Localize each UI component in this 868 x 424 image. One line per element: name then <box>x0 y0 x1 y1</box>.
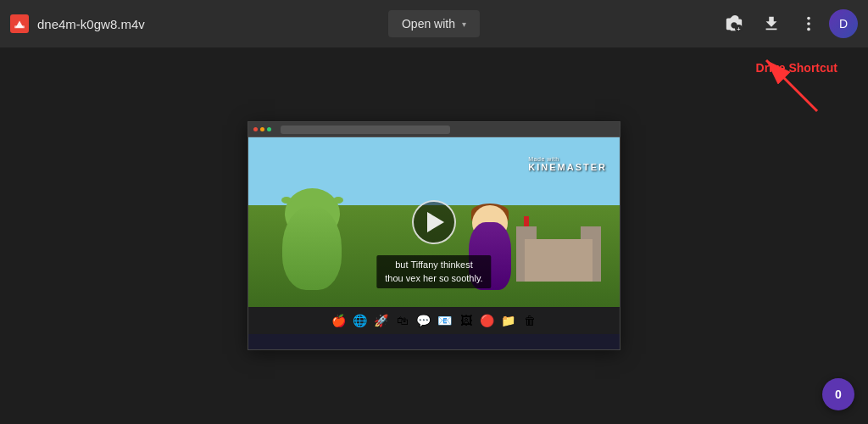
subtitle-line2: thou vex her so soothly. <box>385 272 482 285</box>
download-button[interactable] <box>754 7 788 41</box>
castle-flag <box>524 216 529 226</box>
svg-point-7 <box>807 28 810 31</box>
dock-icon-apple[interactable]: 🍎 <box>330 311 348 330</box>
open-with-label: Open with <box>402 17 455 31</box>
dock-icon-trash[interactable]: 🗑 <box>520 311 539 330</box>
add-shortcut-button[interactable]: + <box>717 7 751 41</box>
arrow-svg <box>741 52 843 120</box>
castle-wall <box>525 239 593 282</box>
browser-dot-green <box>267 127 271 131</box>
mac-dock: 🍎 🌐 🚀 🛍 💬 📧 🖼 🔴 📁 🗑 <box>248 307 620 334</box>
open-with-button[interactable]: Open with ▾ <box>388 10 480 37</box>
floating-action-button[interactable]: 0 <box>822 378 854 410</box>
dock-icon-messages[interactable]: 💬 <box>415 311 433 330</box>
subtitle-bar: but Tiffany thinkest thou vex her so soo… <box>376 255 491 288</box>
dock-icon-mail[interactable]: 📧 <box>436 311 454 330</box>
file-title: dne4m-k0gw8.m4v <box>37 17 145 31</box>
chevron-down-icon: ▾ <box>462 20 466 29</box>
shrek-ear-right <box>333 197 343 204</box>
kinemaster-watermark: Made with KINEMASTER <box>528 156 607 172</box>
browser-address-bar <box>281 126 450 134</box>
video-frame: Made with KINEMASTER <box>248 122 620 349</box>
avatar[interactable]: D <box>829 9 858 38</box>
floating-button-label: 0 <box>835 388 842 401</box>
made-with-label: Made with <box>528 156 607 162</box>
castle-background <box>516 214 601 282</box>
drive-shortcut-label: Drive Shortcut <box>756 61 837 75</box>
dock-icon-appstore[interactable]: 🛍 <box>393 311 412 330</box>
subtitle-line1: but Tiffany thinkest <box>385 259 482 271</box>
play-triangle-icon <box>427 212 444 232</box>
browser-dot-yellow <box>260 127 264 131</box>
kinemaster-brand-label: KINEMASTER <box>528 162 607 172</box>
play-button[interactable] <box>412 200 456 244</box>
topbar-center: Open with ▾ <box>388 10 480 37</box>
shrek-body <box>282 205 342 290</box>
dock-icon-chrome[interactable]: 🌐 <box>351 311 370 330</box>
topbar-right: + D <box>717 7 858 41</box>
arrow-annotation-container <box>741 52 843 120</box>
shrek-character <box>278 188 346 290</box>
more-options-button[interactable] <box>792 7 826 41</box>
dock-icon-folder[interactable]: 📁 <box>499 311 518 330</box>
browser-dot-red <box>253 127 258 131</box>
inner-browser-bar <box>248 122 620 137</box>
topbar-left: dne4m-k0gw8.m4v <box>10 14 145 33</box>
dock-icon-photos[interactable]: 🖼 <box>457 311 476 330</box>
scene-area: Made with KINEMASTER <box>248 137 620 307</box>
video-player[interactable]: Made with KINEMASTER <box>248 121 620 350</box>
svg-point-6 <box>807 22 810 25</box>
main-content: Made with KINEMASTER <box>0 47 868 424</box>
topbar: dne4m-k0gw8.m4v Open with ▾ + <box>0 0 868 47</box>
dock-icon-launchpad[interactable]: 🚀 <box>372 311 391 330</box>
svg-rect-2 <box>14 25 25 28</box>
svg-text:+: + <box>737 25 740 33</box>
dock-icon-red[interactable]: 🔴 <box>478 311 497 330</box>
drive-file-icon <box>10 14 29 33</box>
shrek-ear-left <box>281 197 292 204</box>
svg-point-5 <box>807 17 810 20</box>
